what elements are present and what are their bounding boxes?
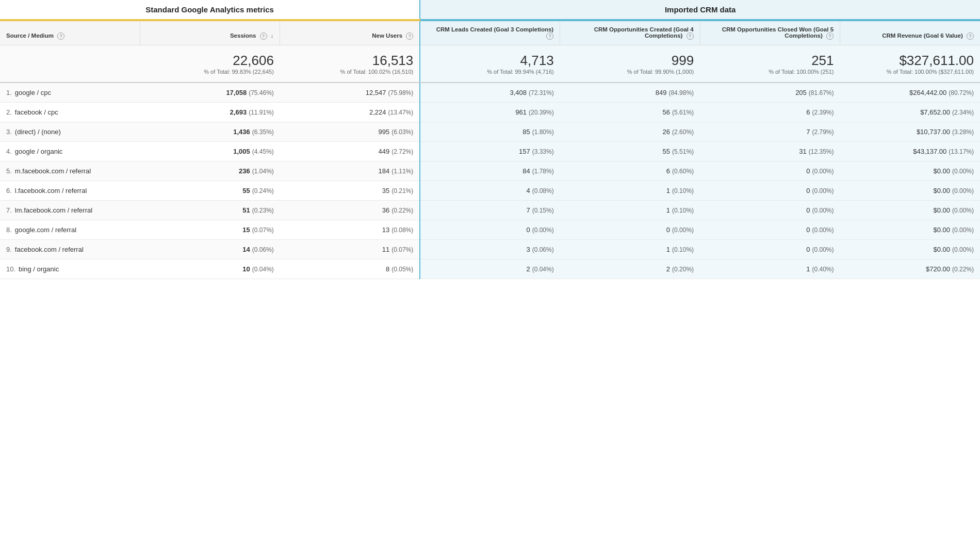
- new-users-cell: 449(2.72%): [280, 142, 420, 161]
- help-icon-crm-closed[interactable]: ?: [826, 33, 834, 40]
- crm-opps-value: 2: [666, 265, 670, 273]
- new-users-pct: (2.72%): [391, 148, 413, 155]
- new-users-value: 184: [379, 167, 390, 175]
- new-users-value: 8: [386, 265, 389, 273]
- total-new-users-cell: 16,513 % of Total: 100.02% (16,510): [280, 45, 420, 83]
- crm-revenue-pct: (13.17%): [949, 148, 974, 155]
- crm-opps-pct: (0.10%): [672, 207, 694, 214]
- crm-leads-pct: (0.15%): [532, 207, 554, 214]
- sessions-pct: (6.35%): [252, 128, 274, 136]
- sessions-cell: 2,693(11.91%): [140, 103, 280, 122]
- crm-revenue-value: $0.00: [933, 206, 950, 214]
- sessions-pct: (0.23%): [252, 207, 274, 214]
- source-name[interactable]: (direct) / (none): [15, 128, 61, 136]
- crm-revenue-cell: $0.00(0.00%): [840, 220, 980, 240]
- crm-closed-cell: 6(2.39%): [700, 103, 840, 122]
- help-icon-sessions[interactable]: ?: [260, 33, 267, 40]
- sessions-pct: (4.45%): [252, 148, 274, 155]
- crm-revenue-pct: (0.00%): [952, 226, 974, 234]
- new-users-pct: (0.21%): [391, 187, 413, 194]
- source-name[interactable]: l.facebook.com / referral: [15, 187, 87, 194]
- crm-closed-cell: 0(0.00%): [700, 181, 840, 201]
- sort-down-icon[interactable]: ↓: [271, 33, 274, 39]
- crm-closed-cell: 0(0.00%): [700, 220, 840, 240]
- total-new-users-sub: % of Total: 100.02% (16,510): [286, 69, 413, 75]
- section-crm-header: Imported CRM data: [420, 0, 980, 20]
- crm-revenue-value: $0.00: [933, 167, 950, 175]
- source-name[interactable]: google / organic: [15, 148, 63, 155]
- source-cell: 5.m.facebook.com / referral: [0, 161, 140, 181]
- new-users-value: 11: [382, 246, 389, 253]
- crm-opps-value: 1: [666, 206, 670, 214]
- table-row: 5.m.facebook.com / referral236(1.04%)184…: [0, 161, 980, 181]
- total-crm-revenue-sub: % of Total: 100.00% ($327,611.00): [846, 69, 974, 75]
- col-label-sessions: Sessions: [230, 33, 256, 39]
- help-icon-crm-opps[interactable]: ?: [687, 33, 694, 40]
- source-name[interactable]: m.facebook.com / referral: [15, 167, 91, 175]
- col-header-crm-revenue: CRM Revenue (Goal 6 Value) ?: [840, 20, 980, 45]
- sessions-cell: 14(0.06%): [140, 240, 280, 259]
- help-icon-crm-leads[interactable]: ?: [546, 33, 553, 40]
- crm-leads-cell: 4(0.08%): [420, 181, 560, 201]
- crm-revenue-cell: $0.00(0.00%): [840, 240, 980, 259]
- crm-revenue-cell: $10,737.00(3.28%): [840, 122, 980, 142]
- crm-revenue-cell: $0.00(0.00%): [840, 161, 980, 181]
- crm-revenue-value: $0.00: [933, 226, 950, 234]
- crm-leads-value: 0: [526, 226, 530, 234]
- crm-leads-cell: 0(0.00%): [420, 220, 560, 240]
- crm-closed-value: 0: [806, 206, 810, 214]
- sessions-cell: 1,005(4.45%): [140, 142, 280, 161]
- crm-leads-value: 2: [526, 265, 530, 273]
- total-crm-opps-sub: % of Total: 99.90% (1,000): [566, 69, 694, 75]
- source-cell: 6.l.facebook.com / referral: [0, 181, 140, 201]
- source-name[interactable]: facebook / cpc: [15, 108, 58, 116]
- crm-opps-pct: (2.60%): [672, 128, 694, 136]
- sessions-pct: (75.46%): [249, 89, 274, 96]
- source-name[interactable]: google.com / referral: [15, 226, 76, 234]
- source-name[interactable]: google / cpc: [15, 89, 51, 96]
- crm-leads-cell: 2(0.04%): [420, 259, 560, 279]
- crm-opps-value: 0: [666, 226, 670, 234]
- help-icon-source[interactable]: ?: [57, 33, 64, 40]
- crm-closed-value: 7: [806, 128, 810, 136]
- crm-leads-pct: (0.06%): [532, 246, 554, 253]
- crm-revenue-cell: $0.00(0.00%): [840, 201, 980, 220]
- source-cell: 8.google.com / referral: [0, 220, 140, 240]
- crm-opps-pct: (0.60%): [672, 168, 694, 175]
- crm-opps-value: 849: [656, 89, 667, 96]
- sessions-value: 15: [242, 226, 250, 234]
- sessions-cell: 51(0.23%): [140, 201, 280, 220]
- crm-leads-pct: (0.08%): [532, 187, 554, 194]
- crm-leads-cell: 3,408(72.31%): [420, 83, 560, 103]
- row-number: 2.: [6, 108, 12, 116]
- source-name[interactable]: lm.facebook.com / referral: [15, 206, 92, 214]
- source-name[interactable]: facebook.com / referral: [15, 246, 84, 253]
- table-row: 1.google / cpc17,058(75.46%)12,547(75.98…: [0, 83, 980, 103]
- sessions-cell: 15(0.07%): [140, 220, 280, 240]
- sessions-cell: 55(0.24%): [140, 181, 280, 201]
- crm-revenue-pct: (0.00%): [952, 207, 974, 214]
- crm-leads-value: 3,408: [510, 89, 527, 96]
- crm-revenue-value: $0.00: [933, 246, 950, 253]
- crm-closed-cell: 1(0.40%): [700, 259, 840, 279]
- new-users-cell: 35(0.21%): [280, 181, 420, 201]
- col-label-crm-opps: CRM Opportunities Created (Goal 4 Comple…: [594, 26, 694, 39]
- crm-revenue-pct: (0.00%): [952, 168, 974, 175]
- table-row: 10.bing / organic10(0.04%)8(0.05%)2(0.04…: [0, 259, 980, 279]
- row-number: 7.: [6, 206, 12, 214]
- sessions-value: 14: [242, 246, 250, 253]
- new-users-pct: (1.11%): [391, 168, 413, 175]
- source-cell: 4.google / organic: [0, 142, 140, 161]
- help-icon-crm-revenue[interactable]: ?: [967, 33, 974, 40]
- crm-opps-pct: (0.20%): [672, 266, 694, 273]
- crm-closed-value: 31: [799, 148, 806, 155]
- help-icon-new-users[interactable]: ?: [406, 33, 413, 40]
- crm-opps-pct: (0.00%): [672, 226, 694, 234]
- crm-revenue-pct: (0.22%): [952, 266, 974, 273]
- crm-opps-cell: 0(0.00%): [560, 220, 700, 240]
- crm-closed-value: 6: [806, 108, 810, 116]
- source-name[interactable]: bing / organic: [19, 265, 59, 273]
- sessions-pct: (1.04%): [252, 168, 274, 175]
- crm-revenue-value: $7,652.00: [920, 108, 950, 116]
- crm-leads-value: 84: [522, 167, 530, 175]
